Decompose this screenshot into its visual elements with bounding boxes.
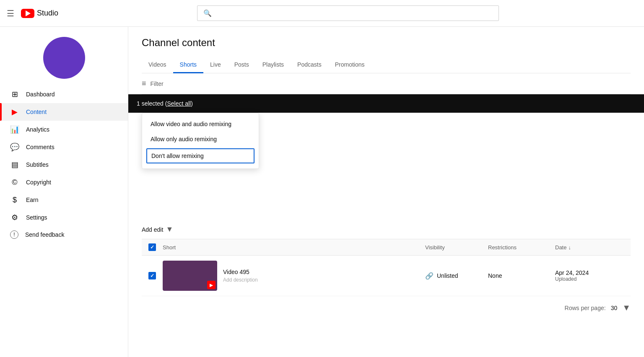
filter-bar[interactable]: ≡ Filter (142, 73, 631, 94)
avatar (43, 37, 85, 79)
chevron-down-icon: ▼ (166, 225, 173, 234)
remixing-section: Shorts remixing Allow video and audio re… (142, 113, 631, 136)
header-checkbox-col (142, 243, 163, 251)
sidebar-label-copyright: Copyright (26, 179, 51, 186)
rows-per-page-value: 30 (611, 305, 618, 311)
avatar-section (0, 27, 128, 85)
sidebar-item-subtitles[interactable]: ▤ Subtitles (0, 156, 128, 173)
search-input[interactable] (216, 10, 493, 17)
tab-live[interactable]: Live (203, 57, 228, 73)
sort-icon: ↓ (568, 244, 571, 251)
sidebar-label-analytics: Analytics (26, 126, 49, 133)
row-thumbnail[interactable]: ▶ (163, 261, 217, 291)
page-title: Channel content (142, 37, 631, 49)
sidebar-item-earn[interactable]: $ Earn (0, 191, 128, 209)
tab-videos[interactable]: Videos (142, 57, 173, 73)
comments-icon: 💬 (10, 142, 19, 152)
layout: ⊞ Dashboard ▶ Content 📊 Analytics 💬 Comm… (0, 27, 644, 357)
tab-promotions[interactable]: Promotions (328, 57, 371, 73)
select-all-link[interactable]: Select all (167, 100, 191, 107)
tab-shorts[interactable]: Shorts (173, 57, 203, 73)
header-checkbox[interactable] (148, 243, 156, 251)
shorts-badge: ▶ (207, 281, 216, 289)
header-restrictions: Restrictions (488, 244, 555, 251)
topbar: ☰ Studio 🔍 (0, 0, 644, 27)
sidebar-item-content[interactable]: ▶ Content (0, 103, 128, 121)
tab-playlists[interactable]: Playlists (256, 57, 291, 73)
shorts-icon: ▶ (210, 283, 213, 287)
sidebar-item-copyright[interactable]: © Copyright (0, 173, 128, 191)
earn-icon: $ (10, 195, 19, 204)
sidebar-label-subtitles: Subtitles (26, 161, 49, 168)
row-checkbox[interactable] (148, 272, 156, 279)
remixing-option-allow-audio[interactable]: Allow only audio remixing (142, 132, 259, 147)
sidebar-item-send-feedback[interactable]: ! Send feedback (0, 226, 128, 243)
selection-bar: 1 selected (Select all) (128, 94, 644, 113)
header-date[interactable]: Date ↓ (555, 244, 631, 251)
table-footer: Rows per page: 30 ▼ (142, 296, 631, 319)
dashboard-icon: ⊞ (10, 90, 19, 99)
search-bar: 🔍 (197, 5, 499, 21)
tabs: Videos Shorts Live Posts Playlists Podca… (142, 57, 631, 73)
analytics-icon: 📊 (10, 125, 19, 134)
menu-icon[interactable]: ☰ (7, 8, 14, 18)
remixing-option-dont-allow[interactable]: Don't allow remixing (146, 148, 254, 163)
remixing-dropdown-menu: Allow video and audio remixing Allow onl… (142, 113, 259, 169)
row-description[interactable]: Add description (223, 277, 425, 283)
header-short: Short (163, 244, 425, 251)
row-checkbox-col (142, 272, 163, 279)
feedback-icon: ! (10, 230, 18, 239)
sidebar-label-feedback: Send feedback (25, 231, 64, 238)
sidebar-label-content: Content (26, 109, 47, 115)
sidebar-item-settings[interactable]: ⚙ Settings (0, 209, 128, 226)
visibility-text: Unlisted (437, 272, 458, 279)
row-visibility: 🔗 Unlisted (425, 272, 488, 280)
main-content: Channel content Videos Shorts Live Posts… (128, 27, 644, 357)
row-title[interactable]: Video 495 (223, 269, 425, 275)
sidebar-label-settings: Settings (26, 214, 47, 221)
subtitles-icon: ▤ (10, 160, 19, 169)
sidebar-item-dashboard[interactable]: ⊞ Dashboard (0, 85, 128, 103)
row-restrictions: None (488, 272, 555, 279)
logo[interactable]: Studio (21, 9, 58, 18)
sidebar-label-earn: Earn (26, 197, 39, 203)
row-date-main: Apr 24, 2024 (555, 269, 631, 276)
content-icon: ▶ (10, 107, 19, 116)
tab-podcasts[interactable]: Podcasts (291, 57, 328, 73)
row-info: Video 495 Add description (217, 269, 425, 283)
table-row: ▶ Video 495 Add description 🔗 Unlisted N… (142, 256, 631, 296)
copyright-icon: © (10, 178, 19, 187)
sidebar-item-comments[interactable]: 💬 Comments (0, 138, 128, 156)
selected-count: 1 selected (Select all) (137, 100, 193, 107)
add-edit-button[interactable]: Add edit ▼ (142, 225, 173, 234)
rows-per-page-chevron[interactable]: ▼ (622, 303, 631, 313)
sidebar-item-analytics[interactable]: 📊 Analytics (0, 121, 128, 138)
sidebar-label-dashboard: Dashboard (26, 91, 55, 98)
settings-icon: ⚙ (10, 213, 19, 222)
visibility-link-icon: 🔗 (425, 272, 434, 280)
tab-posts[interactable]: Posts (228, 57, 256, 73)
row-date-sub: Uploaded (555, 276, 631, 282)
header-visibility: Visibility (425, 244, 488, 251)
rows-per-page-label: Rows per page: (565, 305, 606, 311)
sidebar-label-comments: Comments (26, 144, 55, 150)
row-content: ▶ Video 495 Add description (163, 261, 425, 291)
youtube-icon (21, 9, 34, 18)
sidebar: ⊞ Dashboard ▶ Content 📊 Analytics 💬 Comm… (0, 27, 128, 357)
remixing-option-allow-all[interactable]: Allow video and audio remixing (142, 116, 259, 132)
add-edit-bar: Add edit ▼ (142, 220, 631, 239)
table-header: Short Visibility Restrictions Date ↓ (142, 239, 631, 256)
row-date: Apr 24, 2024 Uploaded (555, 269, 631, 282)
filter-icon: ≡ (142, 79, 146, 88)
studio-label: Studio (37, 9, 58, 18)
search-icon: 🔍 (203, 9, 212, 17)
filter-label: Filter (151, 80, 164, 87)
